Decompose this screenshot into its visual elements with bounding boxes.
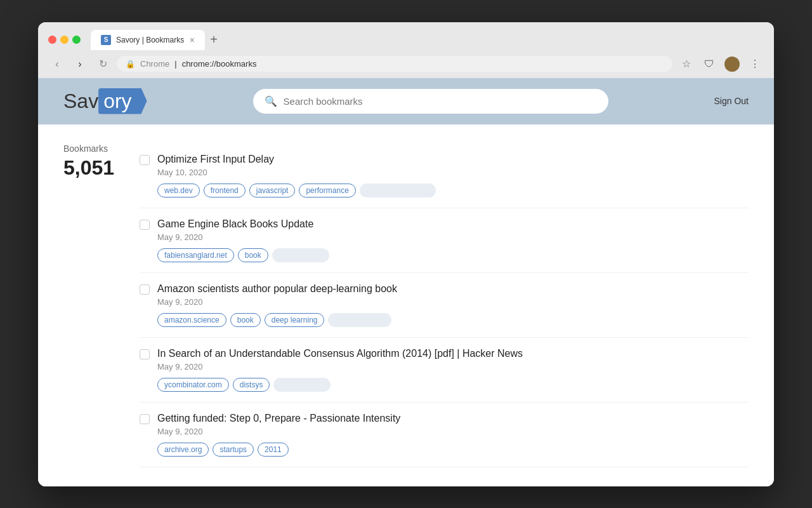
- bookmark-date: May 10, 2020: [157, 168, 749, 177]
- tag-placeholder: [360, 184, 436, 197]
- address-url: chrome://bookmarks: [182, 59, 257, 69]
- sign-out-button[interactable]: Sign Out: [714, 96, 749, 106]
- bookmarks-list: Optimize First Input DelayMay 10, 2020we…: [140, 144, 749, 467]
- logo-text-before: Sav: [63, 90, 98, 113]
- browser-chrome: S Savory | Bookmarks × + ‹ › ↻ 🔒 Chrome …: [38, 22, 774, 78]
- bookmark-date: May 9, 2020: [157, 427, 749, 436]
- tag[interactable]: archive.org: [157, 443, 209, 457]
- tag[interactable]: fabiensanglard.net: [157, 248, 234, 262]
- sidebar-label: Bookmarks: [63, 144, 140, 154]
- main-content: Bookmarks 5,051 Optimize First Input Del…: [38, 124, 774, 486]
- app-header: Sav ory 🔍 Sign Out: [38, 78, 774, 124]
- bookmark-date: May 9, 2020: [157, 362, 749, 371]
- nav-bar: ‹ › ↻ 🔒 Chrome | chrome://bookmarks ☆ 🛡 …: [38, 50, 774, 78]
- bookmark-content: In Search of an Understandable Consensus…: [157, 348, 749, 392]
- bookmark-title[interactable]: Getting funded: Step 0, Prepare - Passio…: [157, 413, 749, 424]
- tab-title: Savory | Bookmarks: [116, 36, 185, 44]
- back-button[interactable]: ‹: [48, 55, 66, 73]
- bookmark-title[interactable]: Optimize First Input Delay: [157, 154, 749, 165]
- bookmark-item: Amazon scientists author popular deep-le…: [140, 273, 749, 338]
- new-tab-button[interactable]: +: [205, 31, 223, 49]
- tab-close-button[interactable]: ×: [190, 36, 195, 44]
- tag[interactable]: performance: [299, 184, 355, 197]
- browser-label: Chrome: [140, 59, 169, 69]
- logo-badge: ory: [98, 88, 147, 114]
- address-bar[interactable]: 🔒 Chrome | chrome://bookmarks: [117, 56, 672, 72]
- bookmark-content: Game Engine Black Books UpdateMay 9, 202…: [157, 218, 749, 262]
- bookmark-tags: fabiensanglard.netbook: [157, 248, 749, 262]
- bookmark-tags: amazon.sciencebookdeep learning: [157, 313, 749, 327]
- tag[interactable]: book: [238, 248, 268, 262]
- bookmark-item: In Search of an Understandable Consensus…: [140, 338, 749, 403]
- bookmark-checkbox[interactable]: [140, 220, 150, 230]
- bookmark-checkbox[interactable]: [140, 155, 150, 165]
- bookmark-item: Getting funded: Step 0, Prepare - Passio…: [140, 403, 749, 467]
- logo: Sav ory: [63, 88, 147, 114]
- tag[interactable]: frontend: [204, 184, 246, 197]
- profile-avatar[interactable]: [723, 55, 741, 73]
- active-tab[interactable]: S Savory | Bookmarks ×: [91, 30, 205, 50]
- close-window-button[interactable]: [48, 36, 56, 44]
- title-bar: S Savory | Bookmarks × +: [38, 22, 774, 50]
- tag[interactable]: amazon.science: [157, 313, 226, 327]
- bookmark-title[interactable]: Amazon scientists author popular deep-le…: [157, 283, 749, 295]
- user-avatar: [724, 57, 740, 72]
- forward-button[interactable]: ›: [71, 55, 89, 73]
- minimize-window-button[interactable]: [60, 36, 69, 44]
- tag-placeholder: [273, 378, 331, 392]
- tag[interactable]: web.dev: [157, 184, 200, 197]
- tag[interactable]: deep learning: [265, 313, 325, 327]
- bookmark-tags: web.devfrontendjavascriptperformance: [157, 184, 749, 197]
- bookmark-date: May 9, 2020: [157, 232, 749, 242]
- forward-icon: ›: [78, 58, 81, 70]
- tag-placeholder: [272, 248, 329, 262]
- bookmark-item: Optimize First Input DelayMay 10, 2020we…: [140, 144, 749, 208]
- bookmark-date: May 9, 2020: [157, 297, 749, 307]
- tag[interactable]: 2011: [258, 443, 289, 457]
- bookmark-item: Game Engine Black Books UpdateMay 9, 202…: [140, 208, 749, 273]
- tag[interactable]: startups: [213, 443, 254, 457]
- bookmark-content: Optimize First Input DelayMay 10, 2020we…: [157, 154, 749, 197]
- bookmark-content: Amazon scientists author popular deep-le…: [157, 283, 749, 327]
- tab-favicon: S: [101, 35, 111, 45]
- traffic-lights: [48, 36, 81, 44]
- nav-actions: ☆ 🛡 ⋮: [678, 55, 764, 73]
- search-icon: 🔍: [265, 95, 277, 107]
- reload-icon: ↻: [99, 58, 107, 70]
- tag[interactable]: distsys: [233, 378, 270, 392]
- maximize-window-button[interactable]: [72, 36, 81, 44]
- tag-placeholder: [328, 313, 391, 327]
- sidebar: Bookmarks 5,051: [63, 144, 140, 467]
- bookmark-checkbox[interactable]: [140, 284, 150, 295]
- bookmark-checkbox[interactable]: [140, 414, 150, 424]
- browser-window: S Savory | Bookmarks × + ‹ › ↻ 🔒 Chrome …: [38, 22, 774, 486]
- bookmark-title[interactable]: In Search of an Understandable Consensus…: [157, 348, 749, 359]
- bookmark-tags: archive.orgstartups2011: [157, 443, 749, 457]
- bookmarks-count: 5,051: [63, 156, 140, 180]
- search-bar[interactable]: 🔍: [253, 89, 608, 114]
- reload-button[interactable]: ↻: [94, 55, 112, 73]
- search-input[interactable]: [284, 96, 597, 107]
- bookmark-tags: ycombinator.comdistsys: [157, 378, 749, 392]
- back-icon: ‹: [55, 58, 58, 70]
- shield-button[interactable]: 🛡: [700, 55, 718, 73]
- bookmark-checkbox[interactable]: [140, 349, 150, 359]
- menu-button[interactable]: ⋮: [746, 55, 764, 73]
- tag[interactable]: ycombinator.com: [157, 378, 229, 392]
- bookmark-content: Getting funded: Step 0, Prepare - Passio…: [157, 413, 749, 457]
- tag[interactable]: book: [230, 313, 261, 327]
- bookmark-title[interactable]: Game Engine Black Books Update: [157, 218, 749, 230]
- address-separator: |: [174, 59, 176, 69]
- security-icon: 🔒: [126, 60, 135, 69]
- bookmark-star-button[interactable]: ☆: [678, 55, 695, 73]
- tag[interactable]: javascript: [249, 184, 296, 197]
- tab-bar: S Savory | Bookmarks × +: [91, 30, 764, 50]
